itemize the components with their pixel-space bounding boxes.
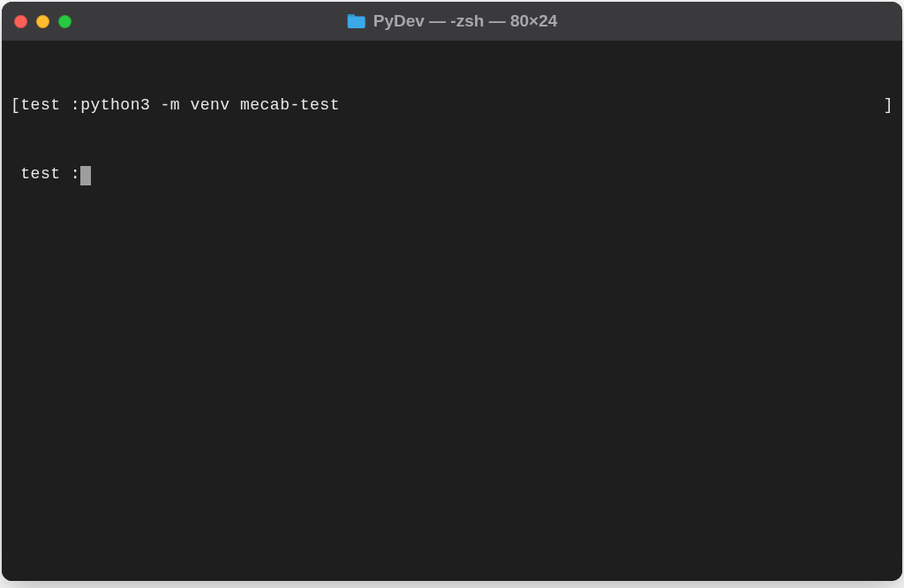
minimize-button[interactable]: [36, 15, 49, 28]
window-title: PyDev — -zsh — 80×24: [373, 11, 558, 31]
bracket-open: [: [11, 96, 20, 114]
prompt-1: test :: [20, 96, 80, 114]
command-1: python3 -m venv mecab-test: [80, 96, 340, 114]
folder-icon: [347, 13, 366, 29]
window-title-area: PyDev — -zsh — 80×24: [347, 11, 558, 31]
prompt-2: test :: [11, 162, 80, 185]
traffic-lights: [14, 15, 72, 28]
terminal-window: PyDev — -zsh — 80×24 [test :python3 -m v…: [2, 2, 902, 581]
close-button[interactable]: [14, 15, 27, 28]
terminal-line-2: test :: [11, 162, 893, 185]
bracket-close: ]: [884, 94, 893, 117]
terminal-body[interactable]: [test :python3 -m venv mecab-test ] test…: [2, 41, 902, 581]
terminal-line-1: [test :python3 -m venv mecab-test ]: [11, 94, 893, 117]
title-bar: PyDev — -zsh — 80×24: [2, 2, 902, 41]
cursor: [80, 166, 91, 185]
maximize-button[interactable]: [58, 15, 72, 28]
